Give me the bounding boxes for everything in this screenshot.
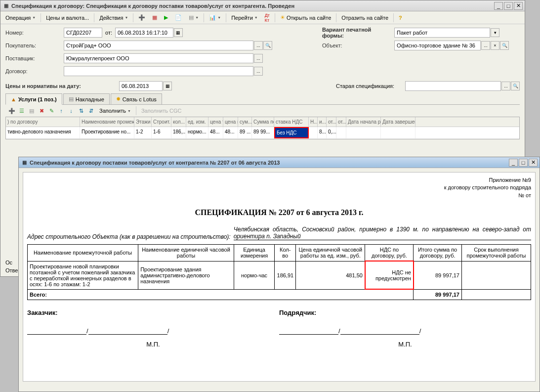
maximize-button[interactable]: □ [504,2,513,10]
spec-header-cell: Итого сумма по договору, руб. [414,245,462,261]
fill-button[interactable]: Заполнить▼ [96,106,134,116]
date-input[interactable]: 06.08.2013 16:17:10 [115,28,173,38]
variant-select[interactable]: Пакет работ [394,28,490,38]
grid-cell[interactable]: нормо... [186,127,208,138]
date-picker-icon[interactable]: ▦ [163,82,172,90]
grid-header-cell[interactable]: от... це... [327,117,336,127]
grid-header-cell[interactable]: ед. изм. [186,117,208,127]
grid-cell[interactable] [336,127,346,138]
app-icon: ▦ [2,2,9,9]
supplier-input[interactable]: Южуралуглепроект ООО [64,53,253,63]
tab-lotus[interactable]: ✸Связь с Lotus [111,93,162,104]
grid-cell[interactable]: 0,... [327,127,336,138]
grid-cell[interactable]: 1-2 [134,127,152,138]
operation-menu[interactable]: Операция▼ [2,13,39,23]
select-icon[interactable]: ... [254,41,263,50]
date-picker-icon[interactable]: ▦ [174,28,183,37]
no-from-text: № от [27,192,531,199]
cell-total: 89 997,17 [414,261,462,289]
grid-cell[interactable]: 48... [223,127,238,138]
goto-menu[interactable]: Перейти▼ [228,13,261,23]
down-icon[interactable]: ↓ [67,106,76,115]
grid-cell[interactable]: тивно-делового назначения [6,127,80,138]
grid-header-cell[interactable]: кол... еди... [171,117,186,127]
grid-cell[interactable]: 48... [208,127,223,138]
select-icon[interactable]: ... [254,67,263,76]
grid-header-cell[interactable]: Наименование промежуточной [80,117,134,127]
run-icon[interactable]: ➕ [135,13,148,23]
tab-invoices[interactable]: ▤Накладные [63,93,110,104]
maximize-button[interactable]: □ [519,159,528,167]
actions-menu[interactable]: Действия▼ [96,13,131,23]
tab-services[interactable]: ▲Услуги (1 поз.) [5,93,62,105]
prices-button[interactable]: Цены и валюта... [43,13,92,23]
select-icon[interactable]: ... [254,54,263,63]
grid-cell[interactable] [381,127,415,138]
minimize-button[interactable]: _ [494,2,503,10]
select-icon[interactable]: ... [481,41,490,50]
sort-desc-icon[interactable]: ⇵ [86,106,95,115]
select-icon[interactable]: ... [501,82,510,90]
to-contract-text: к договору строительного подряда [27,184,531,191]
post-icon[interactable]: ▶ [161,13,171,23]
variant-label: Вариант печатной формы: [322,27,394,39]
delete-icon[interactable]: ✖ [37,106,46,115]
spec-title: СПЕЦИФИКАЦИЯ № 2207 от 6 августа 2013 г. [27,208,531,217]
up-icon[interactable]: ↑ [57,106,66,115]
grid-header-cell[interactable]: и... су... [318,117,327,127]
grid-header-cell[interactable]: сум... [238,117,252,127]
search-icon[interactable]: 🔍 [511,82,520,90]
cell-qty: 186,91 [275,261,296,289]
grid-icon[interactable]: ▦ [149,13,160,23]
number-input[interactable]: СГД02207 [64,28,102,38]
grid-header-cell[interactable]: цена по... [223,117,238,127]
grid-cell[interactable]: 186,... [171,127,186,138]
edit-icon[interactable]: ✎ [47,106,56,115]
grid-header-cell[interactable]: ставка НДС [274,117,309,127]
clone-icon[interactable]: ▤ [27,106,36,115]
object-input[interactable]: Офисно-торговое здание № 36 [394,41,481,50]
grid-cell[interactable] [309,127,318,138]
grid-header-cell[interactable]: Строит. оси [152,117,171,127]
search-icon[interactable]: 🔍 [263,41,272,50]
grid-cell[interactable]: 89 99... [252,127,274,138]
grid-header-cell[interactable]: Дата завершения [381,117,415,127]
reflect-site-button[interactable]: Отразить на сайте [338,13,391,23]
services-grid[interactable]: ) по договоруНаименование промежуточнойЭ… [5,117,520,139]
spec-header-cell: Наименование промежуточной работы [28,245,138,261]
grid-header-cell[interactable]: от... [336,117,346,127]
grid-cell[interactable]: 89 ... [238,127,252,138]
buyer-input[interactable]: СтройГрад+ ООО [64,41,253,50]
grid-header-cell[interactable]: цена тов... [208,117,223,127]
dtct-icon[interactable]: ДтКт [262,13,273,23]
search-icon[interactable]: 🔍 [500,41,509,50]
sort-asc-icon[interactable]: ⇅ [77,106,85,115]
grid-header-cell[interactable]: Сумма по [252,117,274,127]
old-spec-input[interactable] [405,81,501,91]
contract-input[interactable] [64,66,253,76]
grid-cell[interactable]: Проектирование но... [80,127,134,138]
grid-header-cell[interactable]: Этажи [134,117,152,127]
grid-cell[interactable]: 8... [318,127,327,138]
dropdown-icon[interactable]: ▾ [491,28,499,37]
clear-icon[interactable]: × [491,41,499,50]
grid-cell[interactable]: 1-6 [152,127,171,138]
grid-header-cell[interactable]: Н... [309,117,318,127]
grid-cell[interactable]: Без НДС [274,127,309,138]
help-icon[interactable]: ? [396,13,405,23]
spec-header-cell: НДС по договору, руб. [365,245,414,261]
close-button[interactable]: ✕ [529,159,538,167]
grid-header-cell[interactable]: ) по договору [6,117,80,127]
add-row-icon[interactable]: ➕ [7,106,16,115]
grid-header-cell[interactable]: Дата начала работы [346,117,381,127]
doc-icon[interactable]: 📄 [172,13,185,23]
report-icon[interactable]: 📊▼ [206,13,224,23]
open-site-button[interactable]: ☀Открыть на сайте [277,13,334,23]
add-group-icon[interactable]: ☰ [17,106,26,115]
minimize-button[interactable]: _ [509,159,518,167]
struct-icon[interactable]: ▤▼ [186,13,202,23]
norms-date-input[interactable]: 06.08.2013 [119,81,163,91]
grid-cell[interactable] [346,127,381,138]
mp-text: М.П. [279,341,531,348]
close-button[interactable]: ✕ [514,2,523,10]
